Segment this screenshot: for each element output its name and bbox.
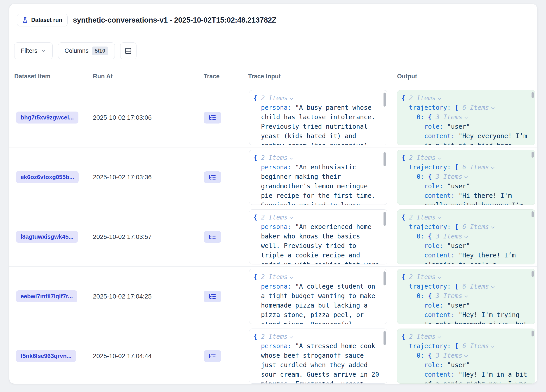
json-persona-line: persona"An enthusiastic beginner making … xyxy=(253,163,381,205)
collapse-toggle[interactable]: 2 Items xyxy=(261,214,293,221)
json-index: 0 xyxy=(416,173,428,180)
collapse-toggle[interactable]: 2 Items xyxy=(409,94,441,102)
json-role-line: role"user" xyxy=(401,122,529,131)
table-body: bhg7t5xv9zgwcel... 2025-10-02 17:03:06 2… xyxy=(9,88,537,384)
output-cell[interactable]: 2 Items trajectory6 Items 03 Items role"… xyxy=(397,269,535,324)
table-row: bhg7t5xv9zgwcel... 2025-10-02 17:03:06 2… xyxy=(9,88,537,147)
json-key: persona xyxy=(261,104,295,111)
bracket-open xyxy=(455,223,462,231)
chevron-down-icon xyxy=(41,48,46,54)
collapse-toggle[interactable]: 2 Items xyxy=(261,273,293,281)
bracket-open xyxy=(455,164,462,171)
collapse-toggle[interactable]: 2 Items xyxy=(409,333,441,340)
json-root-line: 2 Items xyxy=(401,332,529,341)
collapse-toggle[interactable]: 2 Items xyxy=(409,214,441,221)
run-at-value: 2025-10-02 17:04:25 xyxy=(93,293,152,300)
collapse-toggle[interactable]: 3 Items xyxy=(436,173,467,180)
collapse-toggle[interactable]: 2 Items xyxy=(409,273,441,281)
json-persona-line: persona"A busy parent whose child has la… xyxy=(253,103,381,145)
trace-button[interactable] xyxy=(204,350,221,362)
dataset-run-card: Dataset run synthetic-conversations-v1 -… xyxy=(9,4,537,384)
json-key: persona xyxy=(261,283,295,290)
columns-count-badge: 5/10 xyxy=(92,46,108,55)
trace-button[interactable] xyxy=(204,171,221,183)
dataset-item-badge[interactable]: l8agtuwxisgwk45... xyxy=(16,231,78,243)
collapse-toggle[interactable]: 3 Items xyxy=(436,352,467,359)
scrollbar-thumb[interactable] xyxy=(384,272,386,285)
trace-input-cell[interactable]: 2 Items persona"A college student on a t… xyxy=(249,269,387,324)
json-key: role xyxy=(424,242,447,250)
trace-input-cell[interactable]: 2 Items persona"A busy parent whose chil… xyxy=(249,90,387,145)
json-key: trajectory xyxy=(409,283,455,290)
collapse-toggle[interactable]: 6 Items xyxy=(462,164,494,171)
json-root-line: 2 Items xyxy=(253,213,381,222)
row-height-button[interactable] xyxy=(120,43,136,59)
json-key: content xyxy=(424,311,459,319)
output-cell[interactable]: 2 Items trajectory6 Items 03 Items role"… xyxy=(397,329,535,384)
scrollbar-thumb[interactable] xyxy=(384,331,386,345)
scrollbar-thumb[interactable] xyxy=(384,93,386,107)
brace-open xyxy=(253,214,261,221)
trace-input-cell[interactable]: 2 Items persona"An experienced home bake… xyxy=(249,209,387,264)
collapse-toggle[interactable]: 3 Items xyxy=(436,233,467,240)
trace-input-cell[interactable]: 2 Items persona"An enthusiastic beginner… xyxy=(249,150,387,205)
columns-button[interactable]: Columns 5/10 xyxy=(58,43,115,59)
run-at-value: 2025-10-02 17:03:06 xyxy=(93,114,152,121)
brace-open xyxy=(428,352,436,359)
json-role-line: role"user" xyxy=(401,241,529,251)
trace-button[interactable] xyxy=(204,231,221,243)
dataset-item-badge[interactable]: eebwi7mfil7lqlf7r... xyxy=(16,290,77,302)
scrollbar-thumb[interactable] xyxy=(532,211,534,217)
json-value: "user" xyxy=(447,123,470,130)
json-persona-line: persona"A college student on a tight bud… xyxy=(253,282,381,324)
json-value: "user" xyxy=(447,183,470,190)
collapse-toggle[interactable]: 2 Items xyxy=(261,333,293,340)
column-header-trace: Trace xyxy=(202,73,245,80)
bracket-open xyxy=(455,283,462,290)
dataset-item-badge[interactable]: f5nk6lse963qrvn... xyxy=(16,350,76,362)
collapse-toggle[interactable]: 2 Items xyxy=(261,154,293,161)
dataset-run-badge-label: Dataset run xyxy=(31,17,62,23)
collapse-toggle[interactable]: 6 Items xyxy=(462,104,494,111)
dataset-item-badge[interactable]: bhg7t5xv9zgwcel... xyxy=(16,112,78,124)
table-row: eebwi7mfil7lqlf7r... 2025-10-02 17:04:25… xyxy=(9,267,537,326)
table-row: f5nk6lse963qrvn... 2025-10-02 17:04:44 2… xyxy=(9,326,537,384)
json-trajectory-line: trajectory6 Items xyxy=(401,163,529,172)
column-header-output: Output xyxy=(393,73,537,80)
bracket-open xyxy=(455,342,462,350)
output-cell[interactable]: 2 Items trajectory6 Items 03 Items role"… xyxy=(397,90,535,145)
bracket-open xyxy=(455,104,462,111)
json-content-line: content"Hi there! I'm really excited bec… xyxy=(401,191,529,205)
brace-open xyxy=(401,273,409,281)
scrollbar-thumb[interactable] xyxy=(532,152,534,158)
trace-button[interactable] xyxy=(204,291,221,302)
column-header-trace-input: Trace Input xyxy=(245,73,393,80)
json-trajectory-line: trajectory6 Items xyxy=(401,341,529,351)
scrollbar-thumb[interactable] xyxy=(532,92,534,98)
collapse-toggle[interactable]: 3 Items xyxy=(436,292,467,300)
output-cell[interactable]: 2 Items trajectory6 Items 03 Items role"… xyxy=(397,150,535,205)
scrollbar-thumb[interactable] xyxy=(384,152,386,166)
scrollbar-thumb[interactable] xyxy=(532,331,534,336)
json-key: role xyxy=(424,183,447,190)
filters-button[interactable]: Filters xyxy=(14,43,53,59)
trace-input-cell[interactable]: 2 Items persona"A stressed home cook who… xyxy=(249,329,387,384)
toolbar: Filters Columns 5/10 xyxy=(9,36,537,65)
scrollbar-thumb[interactable] xyxy=(384,212,386,226)
card-header: Dataset run synthetic-conversations-v1 -… xyxy=(9,4,537,36)
json-content-line: content"Hey everyone! I’m in a bit of a … xyxy=(401,131,529,145)
trace-button[interactable] xyxy=(204,112,221,124)
collapse-toggle[interactable]: 3 Items xyxy=(436,113,467,121)
collapse-toggle[interactable]: 6 Items xyxy=(462,223,494,231)
scrollbar-thumb[interactable] xyxy=(532,271,534,277)
collapse-toggle[interactable]: 2 Items xyxy=(409,154,441,161)
json-index-line: 03 Items xyxy=(401,172,529,182)
json-role-line: role"user" xyxy=(401,182,529,191)
collapse-toggle[interactable]: 2 Items xyxy=(261,94,293,102)
dataset-item-badge[interactable]: ek6oz6vtoxg055b... xyxy=(16,171,79,183)
collapse-toggle[interactable]: 6 Items xyxy=(462,283,494,290)
list-tree-icon xyxy=(208,173,216,181)
output-cell[interactable]: 2 Items trajectory6 Items 03 Items role"… xyxy=(397,209,535,264)
json-role-line: role"user" xyxy=(401,301,529,310)
collapse-toggle[interactable]: 6 Items xyxy=(462,342,494,350)
